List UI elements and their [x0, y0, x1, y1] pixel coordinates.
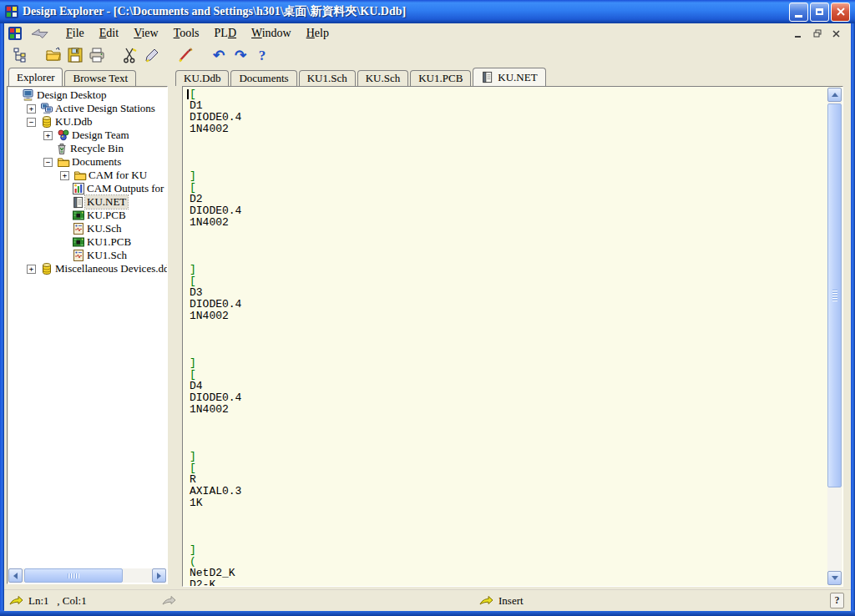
tree-item-design-team[interactable]: +Design Team — [8, 129, 167, 142]
tree-item-recycle-bin[interactable]: Recycle Bin — [8, 142, 167, 155]
editor-line: [ — [183, 462, 827, 474]
open-button[interactable] — [43, 45, 64, 65]
mdi-restore-button[interactable] — [809, 27, 825, 41]
app-logo-icon — [5, 5, 18, 18]
menu-view[interactable]: View — [126, 25, 166, 42]
tree-item-label: CAM Outputs for KU — [85, 182, 167, 195]
tree-item-design-desktop[interactable]: Design Desktop — [8, 88, 167, 102]
document-tabs: KU.DdbDocumentsKU1.SchKU.SchKU1.PCBKU.NE… — [175, 68, 548, 86]
tree-item-label: Design Desktop — [35, 88, 108, 102]
sch-icon — [71, 249, 85, 262]
tree-item-ku-ddb[interactable]: −KU.Ddb — [8, 115, 167, 129]
save-icon — [67, 47, 83, 63]
tree-scroll-thumb[interactable] — [24, 568, 123, 583]
paste-button[interactable] — [175, 45, 196, 65]
tree-item-cam-outputs-for-ku[interactable]: CAM Outputs for KU — [8, 182, 167, 195]
tree-item-ku-pcb[interactable]: KU.PCB — [8, 209, 167, 222]
tree-item-ku-sch[interactable]: KU.Sch — [8, 222, 167, 235]
tree-item-label: Documents — [70, 155, 123, 169]
document-tab-ku-sch[interactable]: KU.Sch — [357, 70, 409, 86]
copy-button[interactable] — [141, 45, 163, 65]
save-button[interactable] — [64, 45, 86, 65]
toolbar: ↶↷? — [4, 43, 851, 67]
document-tab-ku1-sch[interactable]: KU1.Sch — [299, 70, 356, 86]
tree-item-label: KU.Sch — [85, 222, 124, 235]
window-border-bottom — [0, 610, 855, 616]
close-icon — [837, 8, 845, 16]
editor-line: ( — [183, 556, 827, 568]
cut-button[interactable] — [119, 45, 141, 65]
panel-tab-explorer[interactable]: Explorer — [8, 68, 63, 86]
document-tab-ku-net[interactable]: KU.NET — [473, 68, 545, 86]
maximize-button[interactable] — [810, 3, 829, 22]
tree-horizontal-scrollbar[interactable] — [8, 568, 166, 583]
tree-item-ku-net[interactable]: KU.NET — [8, 195, 167, 209]
status-insert-flag-icon — [479, 595, 493, 606]
editor-text[interactable]: [D1DIODE0.41N4002][D2DIODE0.41N4002][D3D… — [183, 88, 827, 586]
toggle-spacer — [59, 211, 71, 220]
menu-help[interactable]: Help — [299, 25, 336, 42]
explorer-panel-toggle-button[interactable] — [9, 45, 31, 65]
scroll-right-icon — [157, 573, 161, 579]
editor-line — [183, 159, 827, 170]
open-icon — [45, 47, 62, 63]
scroll-up-icon — [832, 93, 838, 97]
editor-line — [183, 135, 827, 147]
editor-line — [183, 252, 827, 264]
menu-edit[interactable]: Edit — [92, 25, 126, 42]
collapse-toggle[interactable]: − — [43, 158, 53, 167]
mdi-minimize-button[interactable] — [790, 27, 806, 41]
folder-icon — [56, 155, 70, 169]
scroll-grip — [832, 290, 837, 301]
scroll-up-button[interactable] — [827, 88, 842, 102]
tree-item-ku1-sch[interactable]: KU1.Sch — [8, 249, 167, 262]
menu-tools[interactable]: Tools — [166, 25, 207, 42]
undo-button[interactable]: ↶ — [208, 45, 230, 65]
tree-item-ku1-pcb[interactable]: KU1.PCB — [8, 235, 167, 249]
expand-toggle[interactable]: + — [27, 104, 36, 114]
editor-line: D4 — [183, 381, 827, 392]
help-button[interactable]: ? — [251, 45, 273, 65]
status-help-button[interactable]: ? — [830, 593, 844, 608]
close-button[interactable] — [831, 3, 850, 22]
scroll-left-button[interactable] — [8, 568, 23, 583]
document-tab-ku1-pcb[interactable]: KU1.PCB — [410, 70, 471, 86]
scroll-right-button[interactable] — [152, 568, 166, 583]
pcb-icon — [71, 235, 85, 249]
expand-toggle[interactable]: + — [27, 265, 36, 274]
print-button[interactable] — [86, 45, 108, 65]
tree-item-active-design-stations[interactable]: +Active Design Stations — [8, 102, 167, 115]
scroll-down-button[interactable] — [827, 571, 842, 585]
minimize-button[interactable] — [789, 3, 808, 22]
panel-tab-browse-text[interactable]: Browse Text — [64, 70, 136, 86]
tree-item-documents[interactable]: −Documents — [8, 155, 167, 169]
tree: Design Desktop+Active Design Stations−KU… — [8, 88, 167, 568]
tree-item-miscellaneous-devices-ddb[interactable]: +Miscellaneous Devices.ddb — [8, 262, 167, 275]
help-icon: ? — [259, 48, 266, 63]
document-tab-documents[interactable]: Documents — [230, 70, 296, 86]
editor-scroll-thumb[interactable] — [827, 104, 842, 487]
menu-file[interactable]: File — [58, 25, 92, 42]
editor-line: 1N4002 — [183, 217, 827, 229]
redo-button[interactable]: ↷ — [230, 45, 251, 65]
tree-item-label: KU.NET — [85, 195, 128, 209]
editor-vertical-scrollbar[interactable] — [827, 88, 842, 585]
collapse-toggle[interactable]: − — [27, 118, 36, 127]
editor-line — [183, 334, 827, 346]
expand-toggle[interactable]: + — [43, 131, 53, 140]
tab-label: Browse Text — [73, 72, 128, 85]
editor-line — [183, 147, 827, 159]
editor-line: 1N4002 — [183, 124, 827, 135]
menu-pld[interactable]: PLD — [207, 25, 244, 42]
tree-item-cam-for-ku[interactable]: +CAM for KU — [8, 169, 167, 182]
window-title: Design Explorer - [C:\Documents and Sett… — [23, 4, 406, 19]
system-menu-arrow-icon[interactable] — [30, 28, 50, 39]
editor-line: ] — [183, 264, 827, 275]
menu-window[interactable]: Window — [244, 25, 299, 42]
editor-line: D1 — [183, 100, 827, 112]
text-editor-panel[interactable]: [D1DIODE0.41N4002][D2DIODE0.41N4002][D3D… — [182, 86, 843, 587]
document-tab-ku-ddb[interactable]: KU.Ddb — [175, 70, 229, 86]
expand-toggle[interactable]: + — [60, 171, 69, 180]
mdi-close-button[interactable] — [828, 27, 844, 41]
toggle-spacer — [59, 225, 71, 234]
